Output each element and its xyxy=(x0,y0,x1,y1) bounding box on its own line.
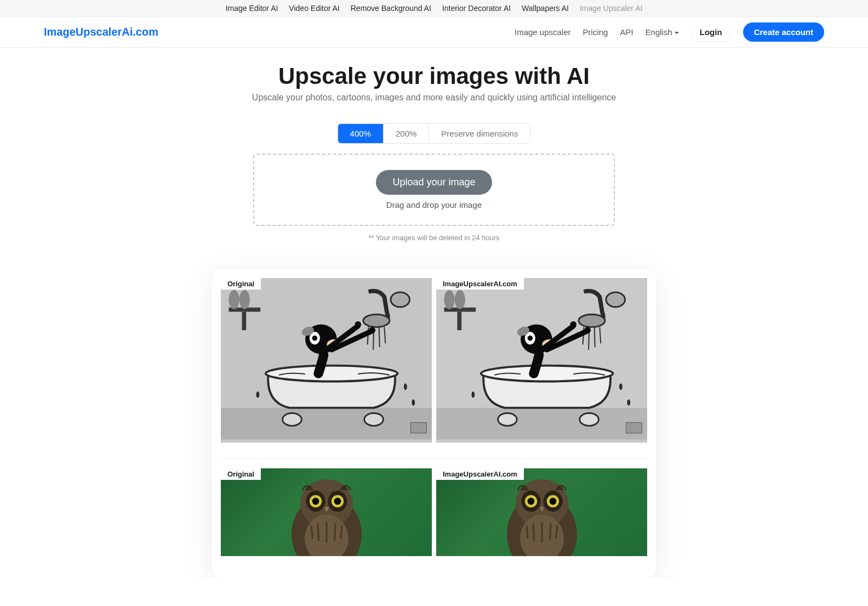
svg-rect-3 xyxy=(242,312,247,330)
owl-illustration-icon xyxy=(242,468,411,556)
cartoon-illustration-icon xyxy=(221,278,432,443)
owl-image-upscaled xyxy=(436,468,647,556)
svg-line-9 xyxy=(379,327,380,347)
nav-right: Image upscaler Pricing API English Login… xyxy=(515,22,824,42)
scale-option-400[interactable]: 400% xyxy=(338,124,384,143)
top-link-upscaler[interactable]: Image Upscaler AI xyxy=(580,2,642,15)
svg-rect-25 xyxy=(411,423,427,433)
svg-point-22 xyxy=(404,383,407,390)
svg-point-31 xyxy=(455,290,465,309)
scale-options-group: 400% 200% Preserve dimensions xyxy=(338,123,531,144)
hero-section: Upscale your images with AI Upscale your… xyxy=(0,48,868,578)
svg-point-6 xyxy=(363,314,390,327)
svg-point-24 xyxy=(256,392,259,398)
svg-point-39 xyxy=(498,413,517,426)
label-upscaled: ImageUpscalerAI.com xyxy=(436,278,524,290)
login-button[interactable]: Login xyxy=(691,23,731,41)
svg-point-40 xyxy=(580,413,599,426)
svg-point-67 xyxy=(527,498,534,505)
svg-point-5 xyxy=(239,290,250,309)
upload-dropzone[interactable]: Upload your image Drag and drop your ima… xyxy=(253,154,615,226)
top-nav-bar: Image Editor AI Video Editor AI Remove B… xyxy=(0,0,868,17)
example-original-owl: Original xyxy=(221,468,432,556)
create-account-button[interactable]: Create account xyxy=(743,22,824,42)
svg-point-43 xyxy=(528,336,533,341)
svg-point-48 xyxy=(619,383,623,390)
example-upscaled-cartoon: ImageUpscalerAI.com xyxy=(436,278,647,443)
cartoon-image xyxy=(221,278,432,443)
deletion-note: ** Your images will be deleted in 24 hou… xyxy=(11,234,857,242)
svg-point-37 xyxy=(606,292,625,307)
svg-point-11 xyxy=(391,292,410,307)
main-nav: ImageUpscalerAi.com Image upscaler Prici… xyxy=(0,17,868,48)
svg-point-59 xyxy=(334,498,341,505)
owl-illustration-icon xyxy=(458,468,626,556)
examples-card: Original xyxy=(212,269,656,578)
label-original: Original xyxy=(221,278,261,290)
svg-rect-27 xyxy=(436,408,647,440)
page-title: Upscale your images with AI xyxy=(11,63,857,89)
label-upscaled: ImageUpscalerAI.com xyxy=(436,468,524,480)
language-dropdown[interactable]: English xyxy=(646,27,679,37)
page-subtitle: Upscale your photos, cartoons, images an… xyxy=(11,93,857,103)
cartoon-image-upscaled xyxy=(436,278,647,443)
svg-point-14 xyxy=(364,413,384,426)
svg-point-50 xyxy=(471,392,475,398)
owl-image xyxy=(221,468,432,556)
drop-text: Drag and drop your image xyxy=(270,200,598,209)
svg-point-49 xyxy=(627,399,630,406)
nav-link-api[interactable]: API xyxy=(620,27,633,37)
svg-rect-1 xyxy=(221,408,432,440)
logo[interactable]: ImageUpscalerAi.com xyxy=(44,26,158,38)
svg-rect-29 xyxy=(458,312,462,330)
svg-point-17 xyxy=(312,336,318,341)
svg-point-58 xyxy=(312,498,319,505)
svg-point-13 xyxy=(283,413,302,426)
label-original: Original xyxy=(221,468,261,480)
top-link-image-editor[interactable]: Image Editor AI xyxy=(226,2,278,15)
scale-option-preserve[interactable]: Preserve dimensions xyxy=(429,124,530,143)
svg-point-20 xyxy=(355,321,361,328)
language-label: English xyxy=(646,27,672,37)
svg-point-32 xyxy=(579,314,605,327)
svg-point-46 xyxy=(570,321,576,328)
top-link-wallpapers[interactable]: Wallpapers AI xyxy=(522,2,569,15)
chevron-down-icon xyxy=(675,32,679,34)
example-row-owl: Original xyxy=(221,458,647,556)
nav-link-upscaler[interactable]: Image upscaler xyxy=(515,27,571,37)
example-upscaled-owl: ImageUpscalerAI.com xyxy=(436,468,647,556)
top-link-interior[interactable]: Interior Decorator AI xyxy=(442,2,511,15)
svg-point-4 xyxy=(229,290,239,309)
scale-option-200[interactable]: 200% xyxy=(384,124,429,143)
upload-button[interactable]: Upload your image xyxy=(376,170,492,195)
svg-line-35 xyxy=(595,327,595,347)
svg-point-68 xyxy=(549,498,556,505)
nav-link-pricing[interactable]: Pricing xyxy=(583,27,608,37)
svg-point-30 xyxy=(444,290,454,309)
svg-point-47 xyxy=(584,327,591,333)
svg-point-21 xyxy=(369,327,375,333)
cartoon-illustration-icon xyxy=(436,278,647,443)
example-row-cartoon: Original xyxy=(221,278,647,443)
top-link-video-editor[interactable]: Video Editor AI xyxy=(289,2,339,15)
svg-point-23 xyxy=(412,399,415,406)
top-link-remove-bg[interactable]: Remove Background AI xyxy=(351,2,431,15)
svg-rect-51 xyxy=(626,423,642,433)
example-original-cartoon: Original xyxy=(221,278,432,443)
